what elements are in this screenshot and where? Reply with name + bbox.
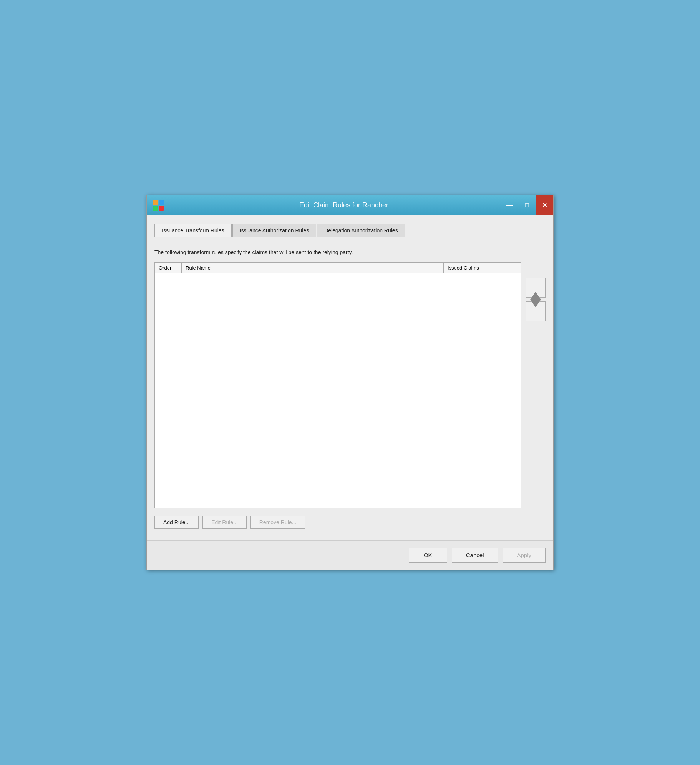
- title-bar: Edit Claim Rules for Rancher — ☐ ✕: [147, 195, 553, 215]
- rules-table: Order Rule Name Issued Claims: [154, 262, 521, 508]
- description-text: The following transform rules specify th…: [154, 249, 546, 257]
- rule-buttons: Add Rule... Edit Rule... Remove Rule...: [154, 516, 546, 529]
- tab-issuance-transform[interactable]: Issuance Transform Rules: [154, 224, 232, 237]
- down-arrow-icon: [530, 307, 541, 316]
- window-controls: — ☐ ✕: [500, 195, 553, 215]
- col-header-order: Order: [155, 263, 182, 273]
- close-button[interactable]: ✕: [536, 195, 553, 215]
- tab-issuance-auth[interactable]: Issuance Authorization Rules: [232, 224, 317, 237]
- cancel-button[interactable]: Cancel: [452, 548, 498, 563]
- move-down-button[interactable]: [526, 301, 546, 321]
- adfs-icon: [151, 199, 165, 212]
- maximize-button[interactable]: ☐: [518, 195, 536, 215]
- add-rule-button[interactable]: Add Rule...: [154, 516, 199, 529]
- apply-button[interactable]: Apply: [503, 548, 546, 563]
- remove-rule-button[interactable]: Remove Rule...: [250, 516, 305, 529]
- tab-panel-issuance-transform: The following transform rules specify th…: [154, 245, 546, 533]
- svg-rect-3: [159, 206, 164, 211]
- tab-bar: Issuance Transform Rules Issuance Author…: [154, 223, 546, 237]
- svg-rect-2: [153, 206, 158, 211]
- table-body: [155, 273, 521, 508]
- window-title: Edit Claim Rules for Rancher: [170, 201, 518, 209]
- edit-rule-button[interactable]: Edit Rule...: [202, 516, 246, 529]
- table-area: Order Rule Name Issued Claims: [154, 262, 546, 508]
- col-header-rule-name: Rule Name: [182, 263, 444, 273]
- content-area: Issuance Transform Rules Issuance Author…: [147, 215, 553, 541]
- ok-button[interactable]: OK: [409, 548, 447, 563]
- minimize-button[interactable]: —: [500, 195, 518, 215]
- arrow-buttons: [526, 278, 546, 321]
- svg-rect-0: [153, 200, 158, 205]
- up-arrow-icon: [530, 283, 541, 292]
- tab-delegation-auth[interactable]: Delegation Authorization Rules: [317, 224, 405, 237]
- col-header-issued-claims: Issued Claims: [444, 263, 521, 273]
- move-up-button[interactable]: [526, 278, 546, 298]
- bottom-bar: OK Cancel Apply: [147, 540, 553, 570]
- svg-rect-1: [159, 200, 164, 205]
- main-window: Edit Claim Rules for Rancher — ☐ ✕ Issua…: [146, 195, 554, 570]
- table-header: Order Rule Name Issued Claims: [155, 263, 521, 273]
